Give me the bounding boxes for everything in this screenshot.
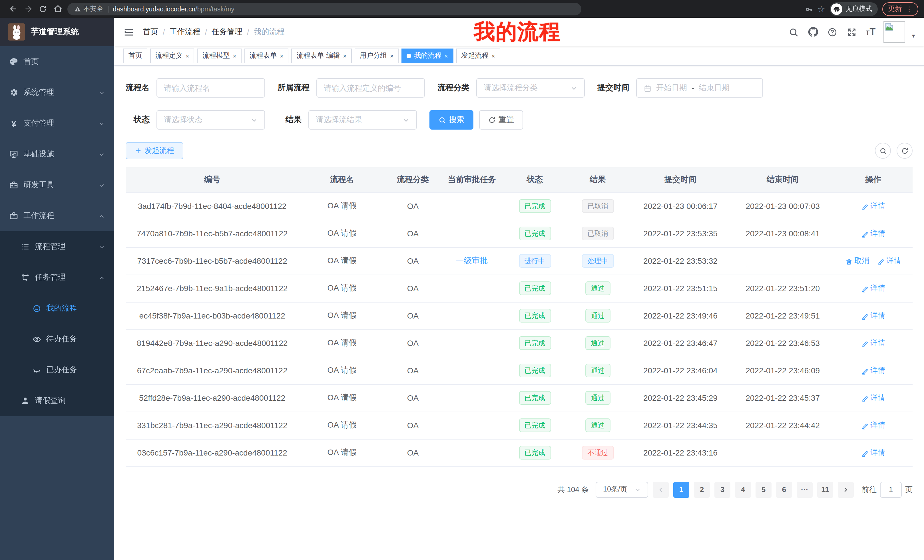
filter-result: 结果 请选择流结果 bbox=[285, 110, 417, 130]
detail-action-link[interactable]: 详情 bbox=[861, 338, 885, 348]
page-button-3[interactable]: 3 bbox=[714, 482, 730, 497]
font-size-icon[interactable]: TT bbox=[866, 26, 876, 38]
tab-发起流程[interactable]: 发起流程× bbox=[456, 48, 500, 63]
close-tab-icon[interactable]: × bbox=[280, 52, 284, 59]
page-button-11[interactable]: 11 bbox=[817, 482, 833, 497]
close-tab-icon[interactable]: × bbox=[186, 52, 189, 59]
reset-button[interactable]: 重置 bbox=[479, 110, 523, 130]
status-badge: 已完成 bbox=[519, 391, 551, 405]
detail-action-link[interactable]: 详情 bbox=[861, 393, 885, 403]
table-toolbar: 发起流程 bbox=[126, 142, 913, 159]
sidebar-item-todo-task[interactable]: 待办任务 bbox=[0, 324, 114, 355]
page-button-6[interactable]: 6 bbox=[776, 482, 792, 497]
tab-流程表单[interactable]: 流程表单× bbox=[244, 48, 289, 63]
cell-process-name: OA 请假 bbox=[298, 329, 385, 357]
result-select[interactable]: 请选择流结果 bbox=[308, 110, 417, 130]
cell-status: 已完成 bbox=[503, 220, 566, 247]
browser-back-icon[interactable] bbox=[6, 1, 21, 16]
breadcrumb-item[interactable]: 首页 bbox=[143, 27, 158, 37]
sidebar-item-done-task[interactable]: 已办任务 bbox=[0, 355, 114, 385]
sidebar-item-home[interactable]: 首页 bbox=[0, 46, 114, 77]
submit-time-daterange[interactable]: 开始日期 - 结束日期 bbox=[636, 78, 763, 97]
process-definition-input[interactable] bbox=[316, 78, 425, 97]
breadcrumb-item[interactable]: 工作流程 bbox=[170, 27, 201, 37]
current-task-link[interactable]: 一级审批 bbox=[456, 256, 488, 265]
refresh-icon[interactable] bbox=[897, 143, 913, 159]
create-process-button[interactable]: 发起流程 bbox=[126, 142, 183, 159]
browser-reload-icon[interactable] bbox=[35, 1, 50, 16]
key-icon[interactable] bbox=[804, 4, 813, 14]
fullscreen-icon[interactable] bbox=[846, 26, 858, 38]
sidebar-item-task-mgmt[interactable]: 任务管理 bbox=[0, 262, 114, 293]
next-page-icon[interactable] bbox=[838, 482, 854, 497]
update-button[interactable]: 更新 ⋮ bbox=[882, 2, 918, 16]
detail-action-link[interactable]: 详情 bbox=[861, 201, 885, 211]
show-search-icon[interactable] bbox=[875, 143, 891, 159]
page-button-2[interactable]: 2 bbox=[694, 482, 710, 497]
close-tab-icon[interactable]: × bbox=[343, 52, 346, 59]
sidebar-item-leave-query[interactable]: 请假查询 bbox=[0, 385, 114, 416]
page-button-1[interactable]: 1 bbox=[673, 482, 689, 497]
prev-page-icon[interactable] bbox=[653, 482, 669, 497]
tab-用户分组[interactable]: 用户分组× bbox=[355, 48, 399, 63]
process-name-input[interactable] bbox=[156, 78, 265, 97]
sidebar-item-label: 任务管理 bbox=[35, 272, 66, 283]
detail-action-link[interactable]: 详情 bbox=[861, 283, 885, 293]
status-badge: 已完成 bbox=[519, 281, 551, 295]
cancel-action-link[interactable]: 取消 bbox=[845, 256, 869, 266]
tab-流程模型[interactable]: 流程模型× bbox=[197, 48, 242, 63]
cell-submit-time: 2022-01-23 00:06:17 bbox=[629, 192, 732, 220]
avatar-caret-icon[interactable]: ▼ bbox=[911, 33, 916, 39]
browser-home-icon[interactable] bbox=[50, 1, 65, 16]
process-definition-input-field[interactable] bbox=[324, 84, 417, 92]
sidebar-item-workflow[interactable]: 工作流程 bbox=[0, 201, 114, 231]
browser-forward-icon[interactable] bbox=[21, 1, 35, 16]
search-button[interactable]: 搜索 bbox=[429, 110, 473, 130]
detail-action-link[interactable]: 详情 bbox=[861, 420, 885, 430]
column-header: 操作 bbox=[834, 167, 913, 192]
browser-url-bar[interactable]: 不安全 dashboard.yudao.iocoder.cn/bpm/task/… bbox=[68, 3, 581, 15]
help-icon[interactable] bbox=[827, 26, 838, 38]
search-icon[interactable] bbox=[788, 26, 800, 38]
table-header-row: 编号流程名流程分类当前审批任务状态结果提交时间结束时间操作 bbox=[126, 167, 913, 192]
close-tab-icon[interactable]: × bbox=[390, 52, 394, 59]
site-security-warning[interactable]: 不安全 bbox=[74, 4, 103, 13]
browser-menu-icon[interactable]: ⋮ bbox=[906, 5, 913, 13]
sidebar-logo-row[interactable]: 芋道管理系统 bbox=[0, 18, 114, 46]
avatar[interactable] bbox=[884, 21, 905, 43]
detail-action-link[interactable]: 详情 bbox=[861, 228, 885, 239]
goto-page-input[interactable] bbox=[880, 482, 902, 497]
sidebar-item-payment[interactable]: ¥支付管理 bbox=[0, 108, 114, 139]
detail-action-link[interactable]: 详情 bbox=[861, 448, 885, 458]
sidebar-item-my-process[interactable]: 我的流程 bbox=[0, 293, 114, 324]
process-category-select[interactable]: 请选择流程分类 bbox=[476, 78, 585, 97]
tab-我的流程[interactable]: 我的流程× bbox=[402, 48, 453, 63]
github-icon[interactable] bbox=[807, 26, 819, 38]
sidebar-item-devtools[interactable]: 研发工具 bbox=[0, 169, 114, 201]
tab-首页[interactable]: 首页 bbox=[123, 48, 147, 63]
detail-action-link[interactable]: 详情 bbox=[861, 310, 885, 321]
page-size-select[interactable]: 10条/页 bbox=[596, 482, 648, 497]
bookmark-star-icon[interactable]: ☆ bbox=[818, 4, 825, 14]
chevron-down-icon bbox=[570, 84, 578, 92]
detail-action-link[interactable]: 详情 bbox=[861, 365, 885, 376]
sidebar-item-system[interactable]: 系统管理 bbox=[0, 77, 114, 108]
status-select[interactable]: 请选择状态 bbox=[156, 110, 265, 130]
detail-action-link[interactable]: 详情 bbox=[877, 256, 901, 266]
breadcrumb-item[interactable]: 任务管理 bbox=[212, 27, 242, 37]
sidebar-toggle-icon[interactable] bbox=[122, 26, 135, 38]
close-tab-icon[interactable]: × bbox=[233, 52, 236, 59]
tab-流程表单-编辑[interactable]: 流程表单-编辑× bbox=[291, 48, 352, 63]
close-tab-icon[interactable]: × bbox=[444, 52, 448, 59]
sidebar-item-process-mgmt[interactable]: 流程管理 bbox=[0, 231, 114, 262]
sidebar-item-infra[interactable]: 基础设施 bbox=[0, 139, 114, 169]
close-tab-icon[interactable]: × bbox=[491, 52, 495, 59]
cell-status: 已完成 bbox=[503, 275, 566, 302]
cell-process-id: 7317cec6-7b9b-11ec-b5b7-acde48001122 bbox=[126, 247, 298, 275]
cell-process-name: OA 请假 bbox=[298, 412, 385, 439]
tab-流程定义[interactable]: 流程定义× bbox=[150, 48, 195, 63]
page-button-5[interactable]: 5 bbox=[756, 482, 771, 497]
process-name-input-field[interactable] bbox=[164, 84, 258, 92]
page-button-4[interactable]: 4 bbox=[735, 482, 751, 497]
table-row: 7317cec6-7b9b-11ec-b5b7-acde48001122OA 请… bbox=[126, 247, 913, 275]
